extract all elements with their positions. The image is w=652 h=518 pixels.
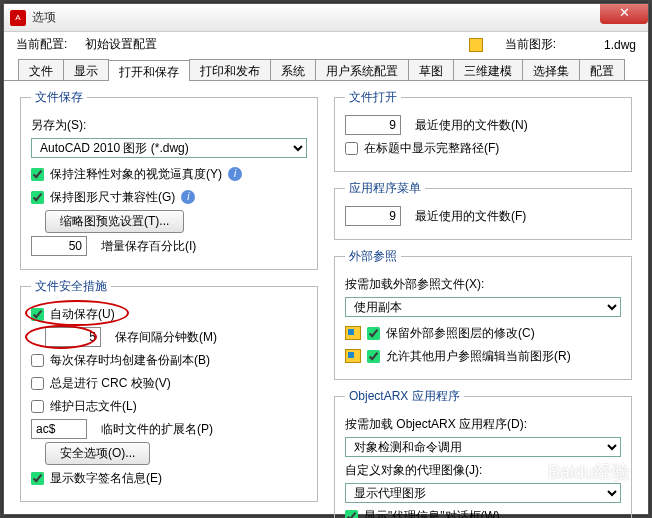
arx-group: ObjectARX 应用程序 按需加载 ObjectARX 应用程序(D): 对… bbox=[334, 388, 632, 518]
xref-retain-label: 保留外部参照图层的修改(C) bbox=[386, 325, 535, 342]
compatibility-checkbox[interactable] bbox=[31, 191, 44, 204]
current-profile-value: 初始设置配置 bbox=[85, 36, 157, 53]
tab-2[interactable]: 打开和保存 bbox=[108, 60, 190, 81]
tab-0[interactable]: 文件 bbox=[18, 59, 64, 80]
percent-input[interactable] bbox=[31, 236, 87, 256]
current-drawing-label: 当前图形: bbox=[505, 36, 556, 53]
file-open-group: 文件打开 最近使用的文件数(N) 在标题中显示完整路径(F) bbox=[334, 89, 632, 172]
titlebar: A 选项 ✕ bbox=[4, 4, 648, 32]
crc-label: 总是进行 CRC 校验(V) bbox=[50, 375, 171, 392]
xref-load-label: 按需加载外部参照文件(X): bbox=[345, 276, 484, 293]
info-icon[interactable]: i bbox=[228, 167, 242, 181]
current-drawing-value: 1.dwg bbox=[604, 38, 636, 52]
show-proxy-label: 显示"代理信息"对话框(W) bbox=[364, 508, 500, 519]
app-icon: A bbox=[10, 10, 26, 26]
window-title: 选项 bbox=[32, 9, 56, 26]
tab-9[interactable]: 配置 bbox=[579, 59, 625, 80]
xref-group: 外部参照 按需加载外部参照文件(X): 使用副本 保留外部参照图层的修改(C) … bbox=[334, 248, 632, 380]
ext-label: 临时文件的扩展名(P) bbox=[101, 421, 213, 438]
annotative-label: 保持注释性对象的视觉逼真度(Y) bbox=[50, 166, 222, 183]
percent-label: 增量保存百分比(I) bbox=[101, 238, 196, 255]
show-proxy-checkbox[interactable] bbox=[345, 510, 358, 519]
log-checkbox[interactable] bbox=[31, 400, 44, 413]
format-select[interactable]: AutoCAD 2010 图形 (*.dwg) bbox=[31, 138, 307, 158]
log-label: 维护日志文件(L) bbox=[50, 398, 137, 415]
app-menu-group: 应用程序菜单 最近使用的文件数(F) bbox=[334, 180, 632, 240]
xref-legend: 外部参照 bbox=[345, 248, 401, 265]
ext-input[interactable] bbox=[31, 419, 87, 439]
thumbnail-button[interactable]: 缩略图预览设置(T)... bbox=[45, 210, 184, 233]
tab-8[interactable]: 选择集 bbox=[522, 59, 580, 80]
file-safety-group: 文件安全措施 自动保存(U) 保存间隔分钟数(M) 每次保存时均创建备份副本(B… bbox=[20, 278, 318, 502]
current-profile-label: 当前配置: bbox=[16, 36, 67, 53]
security-button[interactable]: 安全选项(O)... bbox=[45, 442, 150, 465]
signature-label: 显示数字签名信息(E) bbox=[50, 470, 162, 487]
backup-label: 每次保存时均创建备份副本(B) bbox=[50, 352, 210, 369]
xref-load-select[interactable]: 使用副本 bbox=[345, 297, 621, 317]
tab-6[interactable]: 草图 bbox=[408, 59, 454, 80]
tab-1[interactable]: 显示 bbox=[63, 59, 109, 80]
save-as-label: 另存为(S): bbox=[31, 117, 86, 134]
proxy-label: 自定义对象的代理图像(J): bbox=[345, 462, 482, 479]
compatibility-label: 保持图形尺寸兼容性(G) bbox=[50, 189, 175, 206]
close-button[interactable]: ✕ bbox=[600, 4, 648, 24]
tabs: 文件显示打开和保存打印和发布系统用户系统配置草图三维建模选择集配置 bbox=[4, 59, 648, 81]
arx-demand-label: 按需加载 ObjectARX 应用程序(D): bbox=[345, 416, 527, 433]
file-save-group: 文件保存 另存为(S): AutoCAD 2010 图形 (*.dwg) 保持注… bbox=[20, 89, 318, 270]
arx-legend: ObjectARX 应用程序 bbox=[345, 388, 464, 405]
profile-row: 当前配置: 初始设置配置 当前图形: 1.dwg bbox=[4, 32, 648, 57]
file-safety-legend: 文件安全措施 bbox=[31, 278, 111, 295]
xref-allow-label: 允许其他用户参照编辑当前图形(R) bbox=[386, 348, 571, 365]
proxy-select[interactable]: 显示代理图形 bbox=[345, 483, 621, 503]
autosave-checkbox[interactable] bbox=[31, 308, 44, 321]
xref-icon bbox=[345, 326, 361, 340]
fullpath-checkbox[interactable] bbox=[345, 142, 358, 155]
xref-retain-checkbox[interactable] bbox=[367, 327, 380, 340]
annotative-checkbox[interactable] bbox=[31, 168, 44, 181]
tab-5[interactable]: 用户系统配置 bbox=[315, 59, 409, 80]
appmenu-recent-input[interactable] bbox=[345, 206, 401, 226]
appmenu-recent-label: 最近使用的文件数(F) bbox=[415, 208, 526, 225]
recent-files-label: 最近使用的文件数(N) bbox=[415, 117, 528, 134]
backup-checkbox[interactable] bbox=[31, 354, 44, 367]
interval-label: 保存间隔分钟数(M) bbox=[115, 329, 217, 346]
autosave-label: 自动保存(U) bbox=[50, 306, 115, 323]
file-open-legend: 文件打开 bbox=[345, 89, 401, 106]
signature-checkbox[interactable] bbox=[31, 472, 44, 485]
fullpath-label: 在标题中显示完整路径(F) bbox=[364, 140, 499, 157]
interval-input[interactable] bbox=[45, 327, 101, 347]
xref-icon bbox=[345, 349, 361, 363]
recent-files-input[interactable] bbox=[345, 115, 401, 135]
arx-demand-select[interactable]: 对象检测和命令调用 bbox=[345, 437, 621, 457]
app-menu-legend: 应用程序菜单 bbox=[345, 180, 425, 197]
crc-checkbox[interactable] bbox=[31, 377, 44, 390]
drawing-icon bbox=[469, 38, 483, 52]
tab-4[interactable]: 系统 bbox=[270, 59, 316, 80]
file-save-legend: 文件保存 bbox=[31, 89, 87, 106]
tab-3[interactable]: 打印和发布 bbox=[189, 59, 271, 80]
tab-7[interactable]: 三维建模 bbox=[453, 59, 523, 80]
info-icon[interactable]: i bbox=[181, 190, 195, 204]
xref-allow-checkbox[interactable] bbox=[367, 350, 380, 363]
